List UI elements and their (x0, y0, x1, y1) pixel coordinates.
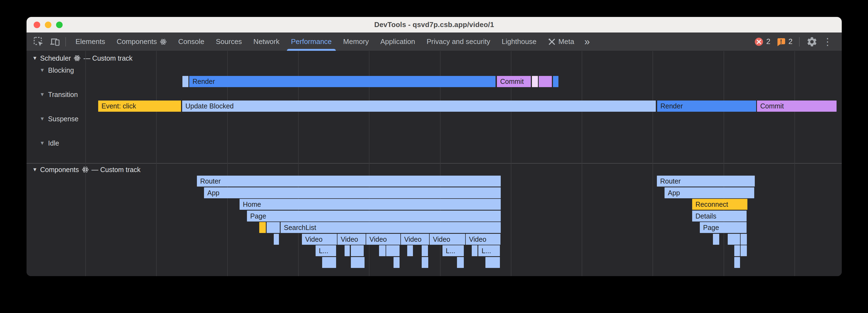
flame-bar[interactable] (351, 245, 364, 256)
inspect-element-icon[interactable] (33, 36, 44, 47)
flame-bar[interactable] (741, 245, 747, 256)
flame-bar[interactable] (734, 257, 740, 268)
flame-bar-l[interactable]: L... (442, 245, 464, 256)
collapse-triangle-icon: ▼ (40, 67, 45, 73)
flame-bar-router[interactable]: Router (657, 176, 755, 186)
kebab-menu-icon[interactable]: ⋮ (822, 36, 834, 47)
flame-bar[interactable] (457, 257, 464, 268)
flame-bar[interactable] (267, 222, 280, 233)
lane-label: Blocking (48, 66, 74, 74)
tab-label: Components (117, 37, 157, 46)
tab-network[interactable]: Network (248, 33, 285, 51)
flame-bar-app[interactable]: App (204, 187, 501, 198)
flame-bar[interactable] (472, 245, 477, 256)
lane-label: Suspense (48, 115, 79, 123)
flame-bar[interactable] (386, 245, 400, 256)
flame-bar-details[interactable]: Details (692, 211, 747, 221)
flame-bar[interactable] (532, 76, 538, 87)
flame-bar-video[interactable]: Video (366, 234, 400, 245)
track-header-components[interactable]: ▼ Components — Custom track (32, 165, 141, 174)
track-suffix: — Custom track (92, 166, 141, 174)
tab-meta[interactable]: Meta (542, 33, 580, 51)
toolbar-separator (799, 37, 800, 46)
timeline-gridline (85, 51, 86, 276)
devtools-window: DevTools - qsvd7p.csb.app/video/1 Elemen… (27, 17, 842, 276)
flame-bar-router[interactable]: Router (197, 176, 501, 186)
collapse-triangle-icon: ▼ (32, 167, 37, 173)
toggle-device-toolbar-icon[interactable] (49, 36, 60, 47)
timeline-gridline (723, 51, 724, 276)
issues-icon[interactable] (776, 37, 786, 46)
flame-bar[interactable] (322, 257, 336, 268)
zoom-window-button[interactable] (56, 22, 63, 28)
flame-bar-reconnect[interactable]: Reconnect (692, 199, 747, 210)
flame-bar-searchlist[interactable]: SearchList (281, 222, 501, 233)
tab-privacy-and-security[interactable]: Privacy and security (421, 33, 496, 51)
window-title: DevTools - qsvd7p.csb.app/video/1 (374, 21, 494, 29)
track-header-scheduler[interactable]: ▼ Scheduler — Custom track (32, 54, 133, 63)
settings-gear-icon[interactable] (806, 36, 818, 47)
minimize-window-button[interactable] (45, 22, 52, 28)
flame-bar-render[interactable]: Render (189, 76, 496, 87)
tab-application[interactable]: Application (375, 33, 421, 51)
flame-bar-update-blocked[interactable]: Update Blocked (182, 101, 656, 112)
tab-label: Lighthouse (502, 37, 536, 46)
flame-bar-l[interactable]: L... (478, 245, 500, 256)
tab-elements[interactable]: Elements (70, 33, 111, 51)
flame-bar-video[interactable]: Video (401, 234, 429, 245)
flame-bar-video[interactable]: Video (338, 234, 366, 245)
lane-label-blocking[interactable]: ▼Blocking (40, 66, 74, 75)
tab-memory[interactable]: Memory (338, 33, 375, 51)
flame-bar[interactable] (422, 257, 428, 268)
flame-bar[interactable] (734, 245, 740, 256)
lane-label-suspense[interactable]: ▼Suspense (40, 114, 79, 124)
flame-bar[interactable] (407, 245, 413, 256)
tab-lighthouse[interactable]: Lighthouse (496, 33, 542, 51)
flame-bar-event-click[interactable]: Event: click (98, 101, 181, 112)
flame-bar[interactable] (182, 76, 188, 87)
flame-bar[interactable] (553, 76, 558, 87)
tab-sources[interactable]: Sources (210, 33, 247, 51)
flame-bar-render[interactable]: Render (657, 101, 756, 112)
flame-bar-page[interactable]: Page (700, 222, 747, 233)
console-errors-icon[interactable] (754, 37, 764, 46)
flame-bar[interactable] (345, 245, 350, 256)
flame-bar[interactable] (379, 245, 385, 256)
flame-bar[interactable] (486, 257, 500, 268)
flame-bar-commit[interactable]: Commit (757, 101, 837, 112)
error-count: 2 (766, 37, 770, 46)
flame-bar[interactable] (741, 234, 747, 245)
titlebar: DevTools - qsvd7p.csb.app/video/1 (27, 17, 842, 33)
flame-bar[interactable] (274, 234, 279, 245)
lane-label-transition[interactable]: ▼Transition (40, 90, 78, 99)
flame-bar-video[interactable]: Video (466, 234, 500, 245)
lane-label-idle[interactable]: ▼Idle (40, 138, 59, 148)
flame-bar[interactable] (259, 222, 266, 233)
tab-console[interactable]: Console (173, 33, 210, 51)
timeline-gridline (795, 51, 795, 276)
flame-bar[interactable] (728, 234, 740, 245)
flame-bar[interactable] (351, 257, 365, 268)
flame-bar-l[interactable]: L... (316, 245, 336, 256)
flame-bar-home[interactable]: Home (240, 199, 501, 210)
collapse-triangle-icon: ▼ (40, 92, 45, 98)
panel-tabs: ElementsComponentsConsoleSourcesNetworkP… (70, 33, 580, 51)
flame-bar-commit[interactable]: Commit (497, 76, 531, 87)
close-window-button[interactable] (34, 22, 40, 28)
flame-bar[interactable] (394, 257, 400, 268)
flame-bar-video[interactable]: Video (430, 234, 465, 245)
flame-bar[interactable] (422, 245, 428, 256)
lane-label: Transition (48, 91, 78, 99)
tab-label: Sources (216, 37, 242, 46)
tab-components[interactable]: Components (111, 33, 172, 51)
tab-label: Memory (343, 37, 369, 46)
flame-bar[interactable] (539, 76, 552, 87)
more-tabs-button[interactable]: » (580, 34, 594, 50)
flame-bar-video[interactable]: Video (302, 234, 337, 245)
timeline-gridline (652, 51, 653, 276)
tab-performance[interactable]: Performance (285, 33, 338, 51)
flame-bar[interactable] (713, 234, 719, 245)
flame-bar-app[interactable]: App (664, 187, 754, 198)
flame-bar-page[interactable]: Page (247, 211, 501, 221)
tab-label: Network (253, 37, 279, 46)
